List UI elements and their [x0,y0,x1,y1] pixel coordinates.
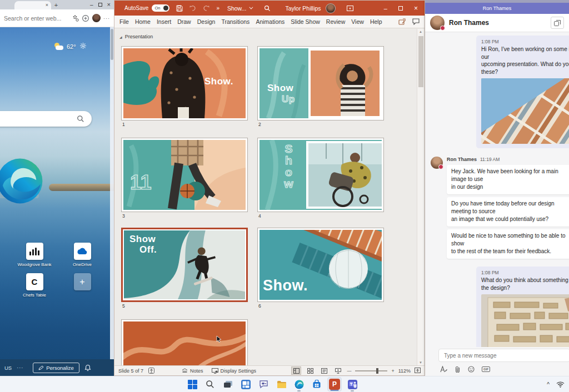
add-tile-icon[interactable]: + [74,273,91,290]
zoom-slider[interactable] [355,368,387,374]
scroll-down-icon[interactable]: ▼ [419,361,422,364]
sender-avatar[interactable] [431,157,443,169]
slide-thumbnail-6[interactable]: Show. 6 [257,228,384,309]
slideshow-view-button[interactable] [333,366,343,375]
format-icon[interactable] [440,366,447,373]
collections-icon[interactable] [82,14,89,22]
microsoft-store-button[interactable] [310,377,324,391]
tile-chefs-table[interactable]: C Chefs Table [16,273,53,298]
tab-slide-show[interactable]: Slide Show [291,18,320,25]
taskbar-teams-button[interactable] [345,377,360,391]
tab-help[interactable]: Help [370,18,382,25]
message-input-box[interactable] [438,349,569,362]
file-explorer-button[interactable] [274,377,288,391]
ribbon-search-icon[interactable] [264,5,271,12]
share-icon[interactable] [398,18,406,25]
section-header[interactable]: ◢ Presentation [119,34,153,39]
tab-design[interactable]: Design [197,18,216,25]
scroll-up-icon[interactable]: ▲ [419,30,422,33]
section-collapse-icon[interactable]: ◢ [119,35,122,39]
tab-insert[interactable]: Insert [157,18,171,25]
tab-transitions[interactable]: Transitions [221,18,249,25]
tile-onedrive[interactable]: OneDrive [64,243,101,267]
tile-add[interactable]: + [64,273,101,298]
close-button[interactable]: × [414,4,418,12]
contact-avatar[interactable] [430,16,445,30]
tab-animations[interactable]: Animations [256,18,284,25]
save-icon[interactable] [176,5,183,12]
normal-view-button[interactable] [291,366,301,375]
document-title[interactable]: Show... [227,5,252,12]
fit-slide-button[interactable] [415,368,421,374]
ribbon-display-options-icon[interactable] [347,6,353,11]
minimize-button[interactable]: – [384,5,387,12]
page-gear-icon[interactable] [79,42,87,52]
edge-active-tab[interactable]: × [14,1,51,9]
tab-view[interactable]: View [351,18,364,25]
region-label[interactable]: US [4,365,12,371]
weather-widget[interactable]: 62° [54,42,87,52]
page-settings-icon[interactable] [72,14,79,22]
tab-close-icon[interactable]: × [46,3,48,8]
maximize-button[interactable] [98,3,102,7]
browser-menu-icon[interactable]: ··· [103,16,110,21]
attach-icon[interactable] [455,366,461,373]
autosave-toggle[interactable]: On [152,4,169,12]
attached-image-building[interactable] [481,78,569,144]
close-button[interactable]: × [107,2,111,8]
personalize-button[interactable]: Personalize [33,363,79,373]
display-settings-button[interactable]: Display Settings [212,368,257,374]
zoom-level[interactable]: 112% [398,368,411,374]
attached-image-model[interactable] [481,294,569,347]
tab-review[interactable]: Review [326,18,345,25]
taskbar-search-button[interactable] [203,377,217,391]
zoom-in-button[interactable]: + [391,368,394,374]
received-message-group-1: Ron Thames 11:19 AM Hey Jack. We have be… [431,157,569,259]
start-button[interactable] [185,377,199,391]
new-tab-button[interactable]: + [51,1,61,9]
tray-chevron-icon[interactable]: ^ [547,381,550,388]
comments-icon[interactable] [412,18,420,25]
slide-thumbnail-1[interactable]: Show. 1 [121,46,248,127]
gif-icon[interactable]: GIF [482,366,490,372]
wifi-icon[interactable] [556,381,565,388]
toolbar-overflow-icon[interactable]: » [216,5,219,11]
widgets-button[interactable] [238,377,253,391]
slide-thumbnail-7[interactable] [121,319,248,365]
maximize-button[interactable] [398,6,403,11]
reading-view-button[interactable] [319,366,329,375]
slide-thumbnail-4[interactable]: Show 4 [257,138,384,219]
task-view-button[interactable] [221,377,235,391]
slide-thumbnail-5-selected[interactable]: Show Off. 5 [121,228,248,309]
profile-avatar[interactable] [92,14,101,22]
notes-button[interactable]: Notes [182,368,203,374]
accessibility-icon[interactable] [148,368,154,374]
zoom-out-button[interactable]: — [347,368,351,373]
tab-home[interactable]: Home [135,18,151,25]
account-name[interactable]: Taylor Phillips [285,5,321,12]
message-input[interactable] [444,353,565,359]
slides-scrollbar[interactable]: ▲ ▼ [417,29,424,365]
slide-thumbnail-2[interactable]: Show Up 2 [257,46,384,127]
tab-file[interactable]: File [119,18,129,25]
pop-out-chat-button[interactable] [551,17,564,29]
slide-thumbnail-3[interactable]: 11 3 [121,138,248,219]
footer-menu-icon[interactable]: ··· [17,365,23,370]
search-box[interactable] [0,111,92,127]
address-input[interactable] [4,15,69,22]
notifications-bell-icon[interactable] [84,364,91,371]
taskbar-powerpoint-button[interactable]: P [327,377,342,391]
zoom-slider-thumb[interactable] [376,368,378,374]
tab-draw[interactable]: Draw [177,18,191,25]
slide-sorter-view-button[interactable] [305,366,315,375]
edge-scrollbar[interactable] [110,27,114,359]
chat-button[interactable] [256,377,271,391]
redo-icon[interactable] [203,5,209,11]
taskbar-edge-button[interactable] [292,377,306,391]
tile-woodgrove-bank[interactable]: Woodgrove Bank [16,243,53,267]
scrollbar-thumb[interactable] [418,36,423,87]
account-avatar[interactable] [326,3,336,13]
emoji-icon[interactable] [468,366,475,373]
minimize-button[interactable]: – [90,2,93,8]
undo-icon[interactable] [189,5,196,11]
